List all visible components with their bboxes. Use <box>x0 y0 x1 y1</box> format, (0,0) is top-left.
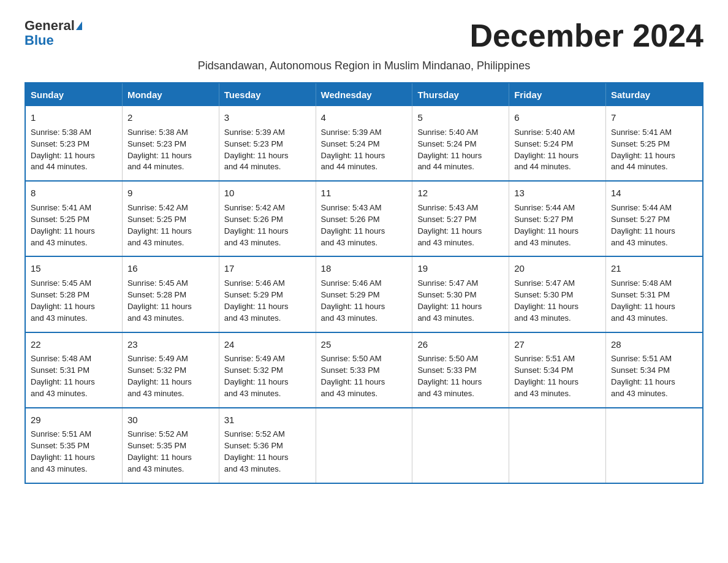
day-info: Sunrise: 5:50 AM Sunset: 5:33 PM Dayligh… <box>321 354 385 398</box>
day-number: 11 <box>321 186 408 200</box>
day-info: Sunrise: 5:43 AM Sunset: 5:26 PM Dayligh… <box>321 203 385 247</box>
day-number: 26 <box>417 338 504 351</box>
day-number: 5 <box>417 111 504 124</box>
main-title: December 2024 <box>469 18 703 53</box>
table-cell <box>412 408 509 483</box>
table-cell: 19Sunrise: 5:47 AM Sunset: 5:30 PM Dayli… <box>412 256 509 332</box>
table-cell: 3Sunrise: 5:39 AM Sunset: 5:23 PM Daylig… <box>219 106 316 181</box>
table-cell: 8Sunrise: 5:41 AM Sunset: 5:25 PM Daylig… <box>25 181 122 256</box>
day-info: Sunrise: 5:46 AM Sunset: 5:29 PM Dayligh… <box>224 278 289 323</box>
day-number: 6 <box>514 111 601 124</box>
calendar-header-row: SundayMondayTuesdayWednesdayThursdayFrid… <box>25 83 703 106</box>
table-cell: 25Sunrise: 5:50 AM Sunset: 5:33 PM Dayli… <box>316 332 412 408</box>
header-tuesday: Tuesday <box>219 83 316 106</box>
day-number: 21 <box>611 262 697 275</box>
day-number: 20 <box>514 262 601 275</box>
table-cell: 10Sunrise: 5:42 AM Sunset: 5:26 PM Dayli… <box>219 181 316 256</box>
day-number: 12 <box>417 186 504 200</box>
table-cell: 13Sunrise: 5:44 AM Sunset: 5:27 PM Dayli… <box>509 181 606 256</box>
day-number: 1 <box>31 111 117 124</box>
day-number: 25 <box>321 338 408 351</box>
table-cell: 11Sunrise: 5:43 AM Sunset: 5:26 PM Dayli… <box>316 181 412 256</box>
day-info: Sunrise: 5:45 AM Sunset: 5:28 PM Dayligh… <box>127 278 192 323</box>
day-info: Sunrise: 5:51 AM Sunset: 5:35 PM Dayligh… <box>31 429 95 473</box>
table-cell <box>316 408 412 483</box>
header-sunday: Sunday <box>25 83 122 106</box>
day-info: Sunrise: 5:49 AM Sunset: 5:32 PM Dayligh… <box>127 354 192 398</box>
day-number: 23 <box>127 338 214 351</box>
day-number: 18 <box>321 262 408 275</box>
day-info: Sunrise: 5:45 AM Sunset: 5:28 PM Dayligh… <box>31 278 95 323</box>
subtitle: Pidsandawan, Autonomous Region in Muslim… <box>25 59 703 72</box>
day-number: 9 <box>127 186 214 200</box>
day-info: Sunrise: 5:49 AM Sunset: 5:32 PM Dayligh… <box>224 354 289 398</box>
logo-blue: Blue <box>25 33 54 48</box>
day-number: 28 <box>611 338 697 351</box>
header-monday: Monday <box>122 83 219 106</box>
table-cell: 30Sunrise: 5:52 AM Sunset: 5:35 PM Dayli… <box>122 408 219 483</box>
day-info: Sunrise: 5:47 AM Sunset: 5:30 PM Dayligh… <box>417 278 482 323</box>
day-info: Sunrise: 5:44 AM Sunset: 5:27 PM Dayligh… <box>514 203 578 247</box>
table-cell: 22Sunrise: 5:48 AM Sunset: 5:31 PM Dayli… <box>25 332 122 408</box>
table-cell <box>509 408 606 483</box>
table-cell: 21Sunrise: 5:48 AM Sunset: 5:31 PM Dayli… <box>606 256 703 332</box>
day-info: Sunrise: 5:43 AM Sunset: 5:27 PM Dayligh… <box>417 203 482 247</box>
week-row-2: 8Sunrise: 5:41 AM Sunset: 5:25 PM Daylig… <box>25 181 703 256</box>
table-cell: 16Sunrise: 5:45 AM Sunset: 5:28 PM Dayli… <box>122 256 219 332</box>
table-cell: 4Sunrise: 5:39 AM Sunset: 5:24 PM Daylig… <box>316 106 412 181</box>
header: General Blue December 2024 <box>25 18 703 53</box>
table-cell: 5Sunrise: 5:40 AM Sunset: 5:24 PM Daylig… <box>412 106 509 181</box>
logo: General Blue <box>25 18 82 48</box>
day-number: 22 <box>31 338 117 351</box>
day-number: 19 <box>417 262 504 275</box>
day-number: 27 <box>514 338 601 351</box>
day-number: 8 <box>31 186 117 200</box>
day-number: 3 <box>224 111 311 124</box>
table-cell: 12Sunrise: 5:43 AM Sunset: 5:27 PM Dayli… <box>412 181 509 256</box>
day-info: Sunrise: 5:47 AM Sunset: 5:30 PM Dayligh… <box>514 278 578 323</box>
day-info: Sunrise: 5:39 AM Sunset: 5:23 PM Dayligh… <box>224 128 289 172</box>
day-info: Sunrise: 5:44 AM Sunset: 5:27 PM Dayligh… <box>611 203 675 247</box>
day-info: Sunrise: 5:42 AM Sunset: 5:25 PM Dayligh… <box>127 203 192 247</box>
table-cell: 28Sunrise: 5:51 AM Sunset: 5:34 PM Dayli… <box>606 332 703 408</box>
table-cell: 29Sunrise: 5:51 AM Sunset: 5:35 PM Dayli… <box>25 408 122 483</box>
table-cell: 1Sunrise: 5:38 AM Sunset: 5:23 PM Daylig… <box>25 106 122 181</box>
table-cell: 17Sunrise: 5:46 AM Sunset: 5:29 PM Dayli… <box>219 256 316 332</box>
day-number: 4 <box>321 111 408 124</box>
day-number: 17 <box>224 262 311 275</box>
day-number: 16 <box>127 262 214 275</box>
week-row-4: 22Sunrise: 5:48 AM Sunset: 5:31 PM Dayli… <box>25 332 703 408</box>
logo-arrow-icon <box>76 21 82 30</box>
week-row-5: 29Sunrise: 5:51 AM Sunset: 5:35 PM Dayli… <box>25 408 703 483</box>
table-cell: 9Sunrise: 5:42 AM Sunset: 5:25 PM Daylig… <box>122 181 219 256</box>
day-info: Sunrise: 5:52 AM Sunset: 5:36 PM Dayligh… <box>224 429 289 473</box>
day-info: Sunrise: 5:48 AM Sunset: 5:31 PM Dayligh… <box>31 354 95 398</box>
header-thursday: Thursday <box>412 83 509 106</box>
table-cell: 18Sunrise: 5:46 AM Sunset: 5:29 PM Dayli… <box>316 256 412 332</box>
title-area: December 2024 <box>469 18 703 53</box>
day-info: Sunrise: 5:42 AM Sunset: 5:26 PM Dayligh… <box>224 203 289 247</box>
day-number: 15 <box>31 262 117 275</box>
day-info: Sunrise: 5:41 AM Sunset: 5:25 PM Dayligh… <box>611 128 675 172</box>
day-info: Sunrise: 5:46 AM Sunset: 5:29 PM Dayligh… <box>321 278 385 323</box>
day-info: Sunrise: 5:52 AM Sunset: 5:35 PM Dayligh… <box>127 429 192 473</box>
table-cell: 26Sunrise: 5:50 AM Sunset: 5:33 PM Dayli… <box>412 332 509 408</box>
table-cell: 23Sunrise: 5:49 AM Sunset: 5:32 PM Dayli… <box>122 332 219 408</box>
table-cell: 20Sunrise: 5:47 AM Sunset: 5:30 PM Dayli… <box>509 256 606 332</box>
day-info: Sunrise: 5:50 AM Sunset: 5:33 PM Dayligh… <box>417 354 482 398</box>
day-number: 24 <box>224 338 311 351</box>
day-info: Sunrise: 5:48 AM Sunset: 5:31 PM Dayligh… <box>611 278 675 323</box>
day-number: 29 <box>31 413 117 427</box>
day-info: Sunrise: 5:38 AM Sunset: 5:23 PM Dayligh… <box>31 128 95 172</box>
day-info: Sunrise: 5:51 AM Sunset: 5:34 PM Dayligh… <box>514 354 578 398</box>
day-number: 2 <box>127 111 214 124</box>
table-cell: 7Sunrise: 5:41 AM Sunset: 5:25 PM Daylig… <box>606 106 703 181</box>
table-cell: 24Sunrise: 5:49 AM Sunset: 5:32 PM Dayli… <box>219 332 316 408</box>
day-number: 30 <box>127 413 214 427</box>
day-number: 7 <box>611 111 697 124</box>
header-wednesday: Wednesday <box>316 83 412 106</box>
week-row-3: 15Sunrise: 5:45 AM Sunset: 5:28 PM Dayli… <box>25 256 703 332</box>
day-number: 14 <box>611 186 697 200</box>
day-number: 10 <box>224 186 311 200</box>
logo-general: General <box>25 18 75 33</box>
